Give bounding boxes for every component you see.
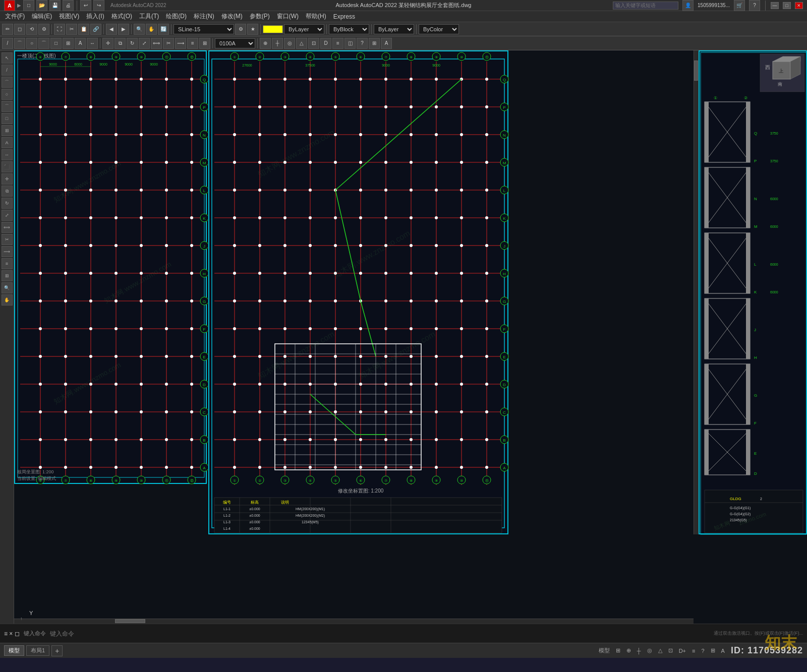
draw-btn-text[interactable]: A [75,38,86,49]
toolbar-dyn[interactable]: D [320,38,331,49]
search-input[interactable] [613,2,678,10]
lt-arc[interactable]: ⌒ [2,101,13,112]
toolbar-btn-3[interactable]: ⟲ [26,24,37,35]
lt-extend[interactable]: ⟿ [2,246,13,257]
toolbar-polar[interactable]: ◎ [284,38,295,49]
color-swatch[interactable] [263,25,283,33]
lt-text[interactable]: A [2,137,13,148]
help-icon[interactable]: ? [749,0,760,11]
status-sel[interactable]: ⊞ [711,647,715,654]
toolbar-btn-pan[interactable]: ✋ [146,24,157,35]
lt-circle[interactable]: ○ [2,89,13,100]
status-ortho[interactable]: ┼ [637,648,641,654]
lineweight-dropdown[interactable]: ByLayer [374,24,414,34]
lt-mirror[interactable]: ⟺ [2,222,13,233]
undo-btn[interactable]: ↩ [80,0,91,11]
draw-btn-pline[interactable]: ⌒ [14,38,25,49]
plotstyle-dropdown[interactable]: ByColor [419,24,459,34]
redo-btn[interactable]: ↪ [93,0,104,11]
scrollbar-thumb-h[interactable] [115,619,145,623]
status-ann[interactable]: A [721,648,725,654]
lt-array[interactable]: ⊞ [2,270,13,281]
toolbar-btn-10[interactable]: ▶ [118,24,129,35]
toolbar-ann[interactable]: A [381,38,392,49]
menu-view[interactable]: 视图(V) [56,11,82,22]
menu-modify[interactable]: 修改(M) [218,11,246,22]
modify-btn-move[interactable]: ✛ [102,38,113,49]
lt-copy[interactable]: ⧉ [2,186,13,197]
lt-hatch[interactable]: ⊞ [2,125,13,136]
canvas-area[interactable]: 一楼顶(二维线图) [14,50,807,624]
status-grid[interactable]: ⊞ [616,647,620,654]
lt-trim[interactable]: ✂ [2,234,13,245]
status-polar[interactable]: ◎ [647,647,652,654]
lt-zoom[interactable]: 🔍 [2,282,13,293]
toolbar-btn-1[interactable]: ✏ [2,24,13,35]
draw-btn-dim[interactable]: ↔ [87,38,98,49]
lt-pline[interactable]: ⌒ [2,77,13,88]
lt-dim[interactable]: ↔ [2,149,13,160]
viewport-scale-dropdown[interactable]: 0100A [215,38,255,48]
toolbar-btn-6[interactable]: ✂ [66,24,77,35]
lt-rotate[interactable]: ↻ [2,198,13,209]
menu-insert[interactable]: 插入(I) [83,11,107,22]
toolbar-otrack[interactable]: ⊡ [308,38,319,49]
maximize-btn[interactable]: □ [783,2,791,9]
toolbar-btn-9[interactable]: ◀ [106,24,117,35]
toolbar-qp[interactable]: ? [357,38,368,49]
toolbar-sel[interactable]: ⊞ [369,38,380,49]
scrollbar-horizontal[interactable] [14,619,694,624]
lt-select[interactable]: ↖ [2,52,13,64]
scrollbar-vertical-right[interactable] [694,50,699,534]
layout1-tab-btn[interactable]: 布局1 [26,645,49,656]
toolbar-btn-4[interactable]: ⚙ [38,24,49,35]
linetype-dropdown[interactable]: ByBlock [329,24,369,34]
account-icon[interactable]: 👤 [682,0,694,11]
modify-btn-mirror[interactable]: ⟺ [151,38,162,49]
modify-btn-trim[interactable]: ✂ [163,38,174,49]
add-tab-btn[interactable]: + [51,645,63,656]
command-input[interactable] [50,630,710,637]
menu-edit[interactable]: 编辑(E) [29,11,55,22]
save-btn[interactable]: 💾 [49,0,61,11]
layer-btn-2[interactable]: ★ [247,24,258,35]
status-dynin[interactable]: D+ [679,648,686,654]
draw-btn-arc[interactable]: ⌒ [38,38,49,49]
menu-express[interactable]: Express [330,12,358,21]
modify-btn-rotate[interactable]: ↻ [127,38,138,49]
toolbar-btn-5[interactable]: ⛶ [54,24,65,35]
toolbar-btn-2[interactable]: ◻ [14,24,25,35]
menu-help[interactable]: 帮助(H) [303,11,329,22]
modify-btn-scale[interactable]: ⤢ [139,38,150,49]
modify-btn-copy[interactable]: ⧉ [114,38,126,49]
toolbar-btn-zoom[interactable]: 🔍 [134,24,145,35]
modify-btn-extend[interactable]: ⟿ [175,38,186,49]
print-btn[interactable]: 🖨 [63,0,74,11]
layer-settings[interactable]: ⚙ [235,24,246,35]
lt-offset[interactable]: ≡ [2,258,13,269]
draw-btn-line[interactable]: / [2,38,13,49]
color-dropdown[interactable]: ByLayer [284,24,324,34]
toolbar-lw[interactable]: ≡ [332,38,343,49]
toolbar-osnap[interactable]: △ [296,38,307,49]
modify-btn-array[interactable]: ⊞ [199,38,210,49]
cart-icon[interactable]: 🛒 [734,0,745,11]
toolbar-btn-8[interactable]: 🔗 [90,24,101,35]
status-qp[interactable]: ? [701,648,704,654]
open-btn[interactable]: 📂 [36,0,47,11]
model-tab-btn[interactable]: 模型 [4,645,24,656]
draw-btn-hatch[interactable]: ⊞ [63,38,74,49]
menu-file[interactable]: 文件(F) [2,11,28,22]
close-btn[interactable]: ✕ [795,2,803,9]
status-otrack[interactable]: ⊡ [668,647,673,654]
menu-tools[interactable]: 工具(T) [136,11,162,22]
toolbar-transp[interactable]: ◫ [344,38,356,49]
toolbar-snap[interactable]: ⊕ [260,38,271,49]
lt-block[interactable]: ⬛ [2,161,13,172]
status-snap[interactable]: ⊕ [626,647,631,654]
status-model[interactable]: 模型 [599,647,610,654]
lt-line[interactable]: / [2,65,13,76]
new-btn[interactable]: □ [23,0,34,11]
modify-btn-offset[interactable]: ≡ [187,38,198,49]
lt-move[interactable]: ✛ [2,173,13,185]
